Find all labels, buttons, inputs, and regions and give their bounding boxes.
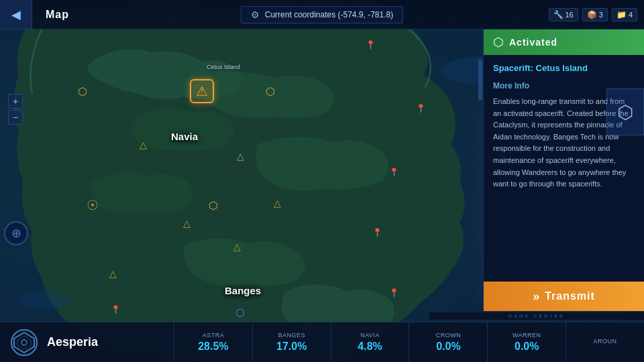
transmit-button[interactable]: » Transmit	[484, 282, 644, 311]
spacerift-marker[interactable]: △	[174, 211, 199, 235]
location-pin: 📍	[366, 40, 376, 50]
coordinates-text: Current coordinates (-574.9, -781.8)	[265, 10, 393, 19]
resource-item-3: 📁 4	[612, 8, 637, 21]
panel-status-icon: ⬡	[493, 35, 504, 50]
top-bar: ◀ Map ⚙ Current coordinates (-574.9, -78…	[0, 0, 644, 29]
map-title: Map	[46, 9, 69, 21]
zoom-in-button[interactable]: +	[8, 94, 23, 109]
bottom-stats: Astra 28.5% Banges 17.0% Navia 4.8% Crow…	[174, 322, 644, 362]
compass: ⊕	[4, 221, 28, 245]
spacerift-marker[interactable]: △	[101, 261, 125, 286]
spacerift-marker[interactable]: △	[265, 191, 289, 215]
panel-scroll-thumb[interactable]	[478, 60, 482, 100]
resource-icon-3: 📁	[616, 10, 627, 19]
resource-icons: 🔧 16 📦 3 📁 4	[549, 8, 638, 21]
stat-navia-label: Navia	[360, 332, 380, 339]
transmit-label: Transmit	[545, 290, 595, 302]
stat-astra: Astra 28.5%	[174, 322, 253, 362]
stat-navia: Navia 4.8%	[331, 322, 410, 362]
spacerift-marker[interactable]: △	[131, 133, 155, 157]
resource-icon-1: 🔧	[553, 10, 564, 19]
resource-item-2: 📦 3	[582, 8, 608, 21]
panel-scrollbar[interactable]	[478, 59, 483, 300]
svg-point-7	[21, 340, 27, 345]
stat-warren: Warren 0.0%	[488, 322, 566, 362]
resource-icon-2: 📦	[587, 10, 597, 19]
equipment-label: BEST EQUIPMENT	[517, 32, 641, 42]
stat-banges-value: 17.0%	[276, 341, 307, 353]
location-pin: 📍	[389, 168, 399, 177]
spacerift-icon: ⬡	[606, 88, 644, 135]
zoom-out-button[interactable]: −	[8, 110, 23, 125]
svg-point-4	[18, 292, 73, 310]
location-pin: 📍	[416, 104, 426, 113]
stat-crown: Crown 0.0%	[409, 322, 488, 362]
location-pin: 📍	[372, 228, 382, 237]
stat-aroun-label: Aroun	[594, 338, 617, 345]
settings-icon[interactable]: ⚙	[251, 9, 260, 20]
back-icon: ◀	[11, 7, 21, 22]
stat-aroun: Aroun	[566, 322, 644, 362]
spacerift-marker[interactable]: ⬡	[258, 79, 282, 103]
stat-astra-label: Astra	[203, 332, 225, 339]
resource-count-3: 4	[629, 11, 633, 19]
region-name: Aesperia	[47, 335, 98, 349]
stat-crown-label: Crown	[436, 332, 462, 339]
spacerift-active-marker[interactable]: ⚠	[190, 79, 214, 103]
stat-warren-label: Warren	[513, 332, 541, 339]
spacerift-title: Spacerift: Cetus Island	[493, 63, 635, 73]
location-pin: 📍	[111, 305, 121, 314]
stat-banges-label: Banges	[278, 332, 305, 339]
spacerift-marker[interactable]: ⬡	[70, 79, 95, 103]
spacerift-marker[interactable]: △	[228, 144, 252, 168]
transmit-arrows-icon: »	[533, 290, 539, 304]
side-panel: ⬡ Activated ⬡ Spacerift: Cetus Island Mo…	[483, 29, 644, 311]
stat-astra-value: 28.5%	[198, 341, 228, 353]
stat-banges: Banges 17.0%	[253, 322, 331, 362]
stat-warren-value: 0.0%	[515, 341, 539, 353]
bottom-left: Aesperia	[0, 322, 174, 362]
stat-navia-value: 4.8%	[358, 341, 382, 353]
resource-count-2: 3	[599, 11, 603, 19]
svg-marker-6	[17, 336, 31, 349]
coordinates-bar: ⚙ Current coordinates (-574.9, -781.8)	[241, 6, 403, 23]
spacerift-marker[interactable]: ⬡	[228, 300, 252, 324]
game-center-label: GAME CENTER	[429, 312, 644, 320]
stat-crown-value: 0.0%	[436, 341, 460, 353]
resource-count-1: 16	[566, 11, 574, 19]
spacerift-marker[interactable]: ☉	[80, 193, 105, 217]
spacerift-marker[interactable]: ⬡	[201, 193, 225, 217]
spacerift-marker[interactable]: △	[225, 235, 249, 259]
resource-item-1: 🔧 16	[549, 8, 578, 21]
zoom-control: + −	[8, 94, 23, 125]
region-icon	[11, 329, 38, 356]
back-button[interactable]: ◀	[0, 0, 32, 29]
location-pin: 📍	[389, 288, 399, 298]
